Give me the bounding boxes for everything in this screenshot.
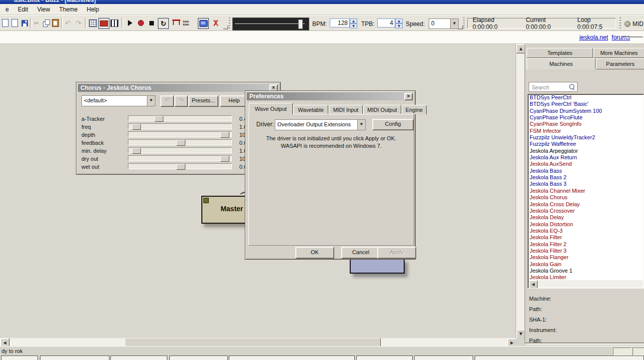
machine-list-item[interactable]: Jeskola AuxSend: [528, 161, 644, 167]
machine-list-item[interactable]: Jeskola Chorus: [528, 194, 644, 201]
slider-track[interactable]: [128, 131, 232, 137]
slider-thumb[interactable]: [298, 19, 303, 29]
jeskola-net-link[interactable]: jeskola.net: [580, 34, 608, 41]
sequence-editor-icon[interactable]: [110, 19, 118, 27]
menu-item-help[interactable]: Help: [82, 5, 104, 14]
presets-button[interactable]: Presets...: [188, 95, 218, 107]
machine-list-item[interactable]: Fuzzpilz UnwieldyTracker2: [528, 134, 644, 141]
scrollbar-thumb[interactable]: [125, 338, 381, 347]
speed-dropdown[interactable]: 0 ▼: [429, 18, 459, 29]
paste-icon[interactable]: [51, 19, 59, 27]
spin-down-icon[interactable]: ▼: [395, 23, 403, 28]
driver-dropdown[interactable]: Overloader Output Extensions ▼: [275, 119, 366, 130]
tab-midi-input[interactable]: MIDI Input: [329, 105, 363, 114]
bpm-input[interactable]: 128: [330, 18, 350, 27]
cpu-monitor-icon[interactable]: [198, 18, 209, 29]
slider-thumb[interactable]: [220, 132, 229, 138]
machine-list-item[interactable]: CyanPhase PicoFlute: [528, 114, 644, 121]
cancel-button[interactable]: Cancel: [341, 247, 380, 259]
machine-list-item[interactable]: Jeskola Gain: [528, 261, 644, 268]
machine-list-item[interactable]: Jeskola Cross Delay: [528, 201, 644, 208]
chevron-down-icon[interactable]: ▼: [450, 19, 458, 28]
undo-icon[interactable]: ↶: [64, 19, 72, 27]
tpb-spinner[interactable]: ▲ ▼: [395, 18, 403, 28]
slider-track[interactable]: [128, 139, 232, 145]
machine-list-item[interactable]: CyanPhase DrumSystem 100: [528, 108, 644, 114]
record-icon[interactable]: [137, 19, 145, 27]
toolbar-grip[interactable]: [229, 17, 230, 29]
machine-list-item[interactable]: Jeskola Channel Mixer: [528, 188, 644, 194]
slider-thumb[interactable]: [176, 140, 185, 146]
slider-thumb[interactable]: [132, 148, 141, 154]
tab-wavetable[interactable]: Wavetable: [293, 105, 328, 114]
machine-list-item[interactable]: Fuzzpilz Waffletree: [528, 141, 644, 147]
cut-icon[interactable]: ✂: [32, 19, 40, 27]
comments-icon[interactable]: blah blah: [183, 19, 195, 27]
machine-list-item[interactable]: BTDSys PeerCtrl 'Basic': [528, 101, 644, 107]
tab-more-machines[interactable]: More Machines: [594, 48, 644, 58]
preset-dropdown[interactable]: <default> ▼: [81, 95, 155, 106]
machine-list-item[interactable]: Jeskola Filter 2: [528, 241, 644, 248]
slider-track[interactable]: [128, 155, 232, 161]
machine-list-item[interactable]: Jeskola EQ-3: [528, 228, 644, 234]
canvas-horizontal-scrollbar[interactable]: ◀ ▶: [0, 338, 516, 347]
panel-splitter-handle[interactable]: [623, 36, 643, 38]
machine-list-item[interactable]: Jeskola Flanger: [528, 254, 644, 261]
toolbar-grip[interactable]: [620, 17, 621, 29]
spin-down-icon[interactable]: ▼: [350, 23, 357, 28]
machine-list-item[interactable]: Jeskola Distortion: [528, 221, 644, 228]
preset-redo-button[interactable]: ↷: [174, 95, 188, 107]
save-icon[interactable]: [20, 19, 28, 27]
machine-list-item[interactable]: Jeskola Filter: [528, 234, 644, 241]
list-horizontal-scrollbar[interactable]: ◀: [529, 280, 643, 288]
machine-list-item[interactable]: Jeskola Groove 1: [528, 268, 644, 274]
slider-thumb[interactable]: [176, 164, 185, 170]
new-file-icon[interactable]: [1, 19, 9, 27]
spin-up-icon[interactable]: ▲: [350, 18, 357, 23]
machine-view-icon[interactable]: [98, 18, 109, 29]
slider-thumb[interactable]: [220, 156, 229, 162]
toolbar-grip[interactable]: [463, 17, 465, 29]
loop-icon[interactable]: ↻: [158, 18, 169, 29]
machine-list-item[interactable]: Jeskola Bass 3: [528, 181, 644, 187]
preferences-dialog-titlebar[interactable]: Preferences ×: [247, 92, 414, 100]
tab-templates[interactable]: Templates: [527, 48, 593, 58]
tab-midi-output[interactable]: MIDI Output: [363, 105, 401, 114]
machine-list-item[interactable]: Jeskola Delay: [528, 214, 644, 221]
open-file-icon[interactable]: [10, 19, 18, 27]
help-button[interactable]: Help: [220, 95, 248, 107]
copy-icon[interactable]: [42, 19, 50, 27]
effect-machine[interactable]: [350, 259, 405, 274]
slider-track[interactable]: [128, 115, 232, 121]
tab-engine[interactable]: Engine: [402, 105, 427, 114]
machine-list-item[interactable]: Jeskola Arpeggiator: [528, 148, 644, 154]
machine-list-item[interactable]: Jeskola Filter 3: [528, 248, 644, 254]
tpb-input[interactable]: 4: [377, 18, 395, 27]
slider-thumb[interactable]: [154, 116, 163, 122]
machine-list[interactable]: BTDSys PeerCtrlBTDSys PeerCtrl 'Basic'Cy…: [528, 94, 644, 289]
instrument-rack-icon[interactable]: [172, 19, 180, 27]
chevron-down-icon[interactable]: ▼: [147, 96, 155, 106]
stop-icon[interactable]: [147, 19, 155, 27]
menu-item-edit[interactable]: Edit: [13, 5, 33, 14]
slider-track[interactable]: [128, 163, 232, 169]
menu-item-theme[interactable]: Theme: [54, 5, 82, 14]
slider-thumb[interactable]: [132, 124, 141, 130]
menu-item-view[interactable]: View: [32, 5, 54, 14]
tab-wave-output[interactable]: Wave Output: [249, 103, 293, 114]
bpm-spinner[interactable]: ▲ ▼: [350, 18, 357, 28]
ok-button[interactable]: OK: [295, 247, 334, 259]
pattern-editor-icon[interactable]: [89, 19, 97, 27]
config-button[interactable]: Config: [372, 119, 414, 130]
preset-undo-button[interactable]: ↶: [160, 95, 174, 107]
redo-icon[interactable]: ↷: [74, 19, 82, 27]
master-volume-slider[interactable]: [232, 17, 309, 30]
machine-list-item[interactable]: Jeskola Bass: [528, 168, 644, 174]
machine-list-item[interactable]: Jeskola Bass 2: [528, 174, 644, 181]
machine-list-item[interactable]: Jeskola Aux Return: [528, 154, 644, 161]
machine-list-item[interactable]: CyanPhase SongInfo: [528, 121, 644, 127]
menu-item-e[interactable]: e: [1, 5, 13, 14]
close-icon[interactable]: ×: [404, 93, 413, 100]
spin-up-icon[interactable]: ▲: [395, 18, 403, 23]
machine-list-item[interactable]: FSM Infector: [528, 128, 644, 134]
